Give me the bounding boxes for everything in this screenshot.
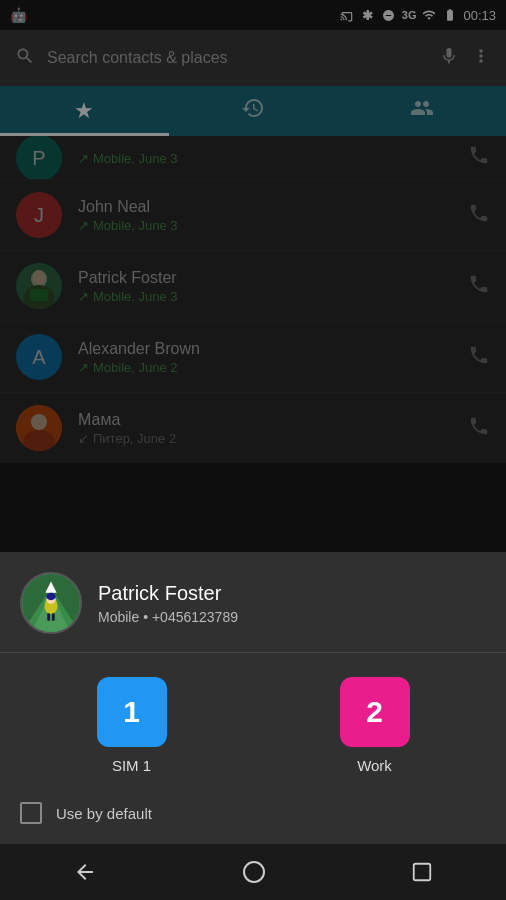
recents-icon: [241, 96, 265, 126]
outgoing-arrow-icon: ↗: [78, 218, 89, 233]
contact-sub: ↙ Питер, June 2: [78, 431, 452, 446]
battery-icon: [442, 7, 458, 23]
microphone-icon[interactable]: [439, 46, 459, 70]
svg-point-5: [33, 270, 45, 284]
bluetooth-icon: ✱: [360, 7, 376, 23]
favorites-icon: ★: [74, 98, 94, 124]
list-item[interactable]: Мама ↙ Питер, June 2: [0, 393, 506, 463]
search-icon: [15, 46, 35, 71]
svg-rect-18: [47, 613, 50, 620]
svg-rect-19: [52, 613, 55, 620]
use-by-default-checkbox[interactable]: [20, 802, 42, 824]
modal-contact-sub: Mobile • +0456123789: [98, 609, 486, 625]
list-item[interactable]: A Alexander Brown ↗ Mobile, June 2: [0, 322, 506, 393]
contact-name: Alexander Brown: [78, 340, 452, 358]
contact-list: P ↗ Mobile, June 3 J John Neal ↗ Mobile,…: [0, 136, 506, 463]
modal-contact-info: Patrick Foster Mobile • +0456123789: [98, 582, 486, 625]
list-item[interactable]: Patrick Foster ↗ Mobile, June 3: [0, 251, 506, 322]
svg-point-17: [46, 593, 55, 600]
sim1-number: 1: [123, 695, 140, 729]
sim1-card[interactable]: 1: [97, 677, 167, 747]
status-bar-left: 🤖: [10, 7, 27, 23]
signal-icon: [421, 7, 437, 23]
use-by-default-label: Use by default: [56, 805, 152, 822]
modal-contact-name: Patrick Foster: [98, 582, 486, 605]
list-item: P ↗ Mobile, June 3: [0, 136, 506, 180]
incoming-arrow-icon: ↙: [78, 431, 89, 446]
tab-contacts[interactable]: [337, 86, 506, 136]
search-bar[interactable]: Search contacts & places: [0, 30, 506, 86]
sim2-number: 2: [366, 695, 383, 729]
avatar: J: [16, 192, 62, 238]
call-icon[interactable]: [468, 273, 490, 300]
contact-sub: ↗ Mobile, June 3: [78, 289, 452, 304]
contact-info: Alexander Brown ↗ Mobile, June 2: [78, 340, 452, 375]
svg-point-20: [244, 862, 264, 882]
status-bar: 🤖 ✱ 3G 00:13: [0, 0, 506, 30]
call-icon: [468, 144, 490, 171]
contact-sub: ↗ Mobile, June 3: [78, 218, 452, 233]
contacts-icon: [410, 96, 434, 126]
do-not-disturb-icon: [381, 7, 397, 23]
recents-button[interactable]: [411, 861, 433, 883]
tab-recents[interactable]: [169, 86, 338, 136]
avatar: [16, 405, 62, 451]
outgoing-arrow-icon: ↗: [78, 289, 89, 304]
back-button[interactable]: [73, 860, 97, 884]
contact-sub: ↗ Mobile, June 3: [78, 151, 452, 166]
avatar: [16, 263, 62, 309]
contact-name: Patrick Foster: [78, 269, 452, 287]
tab-favorites[interactable]: ★: [0, 86, 169, 136]
contact-info: Мама ↙ Питер, June 2: [78, 411, 452, 446]
contact-info: ↗ Mobile, June 3: [78, 149, 452, 166]
contact-info: Patrick Foster ↗ Mobile, June 3: [78, 269, 452, 304]
contact-info: John Neal ↗ Mobile, June 3: [78, 198, 452, 233]
status-bar-right: ✱ 3G 00:13: [339, 7, 496, 23]
svg-rect-6: [30, 289, 48, 301]
modal-avatar: [20, 572, 82, 634]
use-by-default-row[interactable]: Use by default: [0, 794, 506, 844]
sim2-label: Work: [357, 757, 392, 774]
contact-name: John Neal: [78, 198, 452, 216]
tab-bar: ★: [0, 86, 506, 136]
svg-text:P: P: [32, 147, 45, 169]
network-icon: 3G: [402, 9, 417, 21]
outgoing-arrow-icon: ↗: [78, 360, 89, 375]
search-input[interactable]: Search contacts & places: [47, 49, 427, 67]
android-icon: 🤖: [10, 7, 27, 23]
avatar: P: [16, 136, 62, 180]
sim2-card[interactable]: 2: [340, 677, 410, 747]
call-icon[interactable]: [468, 415, 490, 442]
cast-icon: [339, 7, 355, 23]
more-options-icon[interactable]: [471, 46, 491, 70]
sim1-label: SIM 1: [112, 757, 151, 774]
sim-options: 1 SIM 1 2 Work: [0, 653, 506, 794]
sim1-option[interactable]: 1 SIM 1: [20, 677, 243, 774]
svg-point-8: [31, 414, 47, 430]
home-button[interactable]: [242, 860, 266, 884]
contact-sub: ↗ Mobile, June 2: [78, 360, 452, 375]
outgoing-arrow: ↗: [78, 151, 89, 166]
modal-contact-header: Patrick Foster Mobile • +0456123789: [0, 552, 506, 653]
nav-bar: [0, 844, 506, 900]
modal-panel: Patrick Foster Mobile • +0456123789 1 SI…: [0, 552, 506, 900]
clock: 00:13: [463, 8, 496, 23]
call-icon[interactable]: [468, 202, 490, 229]
search-right-icons: [439, 46, 491, 70]
call-icon[interactable]: [468, 344, 490, 371]
modal-avatar-image: [22, 574, 80, 632]
sim2-option[interactable]: 2 Work: [263, 677, 486, 774]
svg-rect-21: [414, 864, 431, 881]
contact-name: Мама: [78, 411, 452, 429]
avatar: A: [16, 334, 62, 380]
list-item[interactable]: J John Neal ↗ Mobile, June 3: [0, 180, 506, 251]
